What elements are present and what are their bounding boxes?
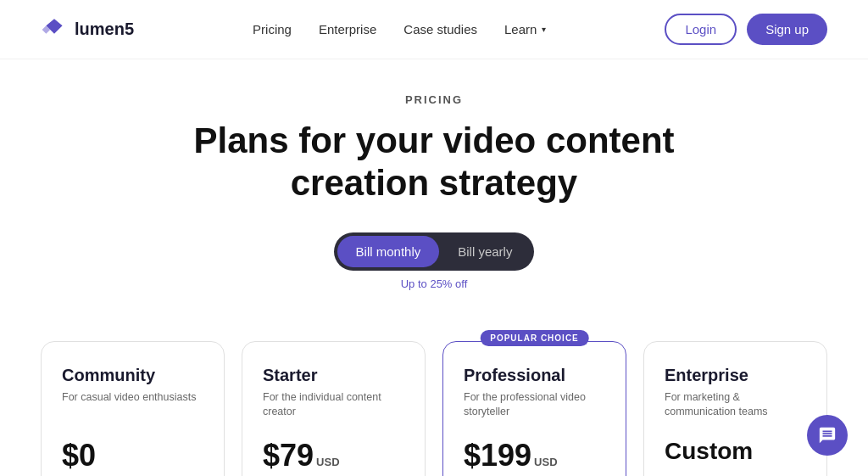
plan-price-professional: $199 USD	[464, 438, 605, 473]
chevron-down-icon: ▾	[542, 25, 546, 34]
navbar: lumen5 Pricing Enterprise Case studies L…	[0, 0, 868, 59]
plan-desc-professional: For the professional video storyteller	[464, 390, 605, 421]
popular-badge: POPULAR CHOICE	[480, 330, 589, 346]
plan-desc-starter: For the individual content creator	[263, 390, 404, 421]
billing-toggle: Bill monthly Bill yearly	[334, 232, 535, 271]
plan-price-enterprise: Custom	[665, 438, 806, 465]
hero-section: PRICING Plans for your video content cre…	[0, 59, 868, 341]
plan-desc-enterprise: For marketing & communication teams	[665, 390, 806, 421]
billing-toggle-wrapper: Bill monthly Bill yearly Up to 25% off	[41, 232, 827, 290]
plan-name-community: Community	[62, 366, 203, 385]
plan-professional: POPULAR CHOICE Professional For the prof…	[442, 341, 626, 476]
plans-section: Community For casual video enthusiasts $…	[0, 341, 868, 476]
plan-desc-community: For casual video enthusiasts	[62, 390, 203, 421]
signup-button[interactable]: Sign up	[747, 14, 827, 45]
plan-name-enterprise: Enterprise	[665, 366, 806, 385]
yearly-discount-note: Up to 25% off	[401, 277, 468, 290]
login-button[interactable]: Login	[665, 14, 737, 45]
bill-yearly-button[interactable]: Bill yearly	[439, 236, 531, 267]
nav-case-studies[interactable]: Case studies	[403, 22, 477, 36]
bill-monthly-button[interactable]: Bill monthly	[337, 236, 440, 267]
plan-community: Community For casual video enthusiasts $…	[41, 341, 225, 476]
nav-enterprise[interactable]: Enterprise	[319, 22, 376, 36]
nav-pricing[interactable]: Pricing	[253, 22, 292, 36]
chat-button[interactable]	[807, 415, 848, 456]
logo[interactable]: lumen5	[41, 16, 134, 43]
nav-buttons: Login Sign up	[665, 14, 827, 45]
plan-name-professional: Professional	[464, 366, 605, 385]
plan-starter: Starter For the individual content creat…	[242, 341, 426, 476]
section-label: PRICING	[41, 93, 827, 106]
nav-links: Pricing Enterprise Case studies Learn ▾	[253, 22, 546, 36]
plan-price-community: $0	[62, 438, 203, 473]
logo-text: lumen5	[75, 20, 134, 39]
plan-name-starter: Starter	[263, 366, 404, 385]
nav-learn[interactable]: Learn ▾	[504, 22, 546, 36]
chat-icon	[818, 426, 837, 445]
plan-enterprise: Enterprise For marketing & communication…	[643, 341, 827, 476]
hero-title: Plans for your video content creation st…	[180, 120, 688, 205]
logo-icon	[41, 16, 68, 43]
plan-price-starter: $79 USD	[263, 438, 404, 473]
